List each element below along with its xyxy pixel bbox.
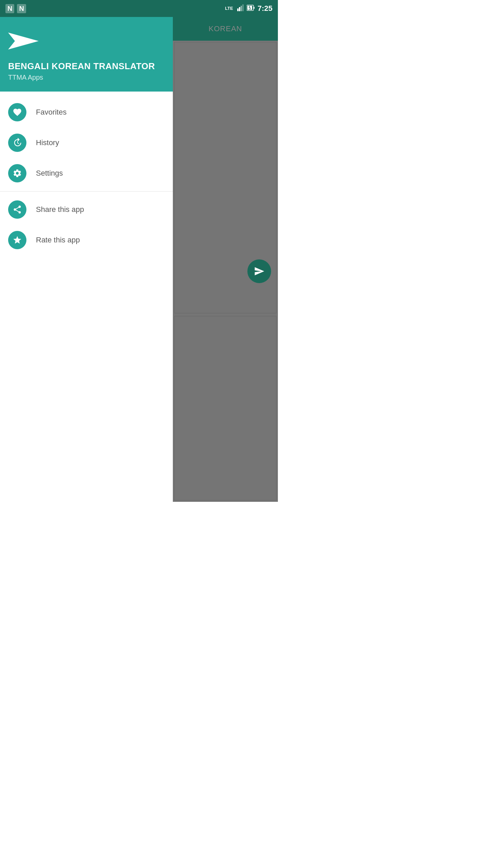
right-panel: KOREAN bbox=[173, 17, 278, 502]
menu-item-favorites[interactable]: Favorites bbox=[0, 97, 173, 127]
drawer-panel: BENGALI KOREAN TRANSLATOR TTMA Apps Favo… bbox=[0, 17, 173, 502]
svg-rect-3 bbox=[241, 6, 242, 11]
lte-icon: LTE bbox=[225, 4, 235, 13]
share-icon bbox=[13, 205, 22, 214]
right-panel-header: KOREAN bbox=[173, 17, 278, 41]
star-icon bbox=[13, 235, 22, 245]
status-bar-left: N N bbox=[5, 4, 26, 13]
menu-items: Favorites History Set bbox=[0, 92, 173, 502]
settings-icon-circle bbox=[8, 164, 26, 182]
menu-item-share[interactable]: Share this app bbox=[0, 194, 173, 225]
translate-button[interactable] bbox=[247, 259, 271, 283]
status-bar-right: LTE 7:25 bbox=[225, 4, 272, 13]
svg-text:LTE: LTE bbox=[225, 6, 233, 11]
translate-output-area bbox=[174, 316, 277, 500]
settings-label: Settings bbox=[36, 169, 63, 178]
notification-icon-2: N bbox=[17, 4, 26, 13]
favorites-label: Favorites bbox=[36, 108, 66, 117]
svg-rect-2 bbox=[239, 7, 240, 11]
clock-icon bbox=[13, 138, 22, 147]
drawer-header: BENGALI KOREAN TRANSLATOR TTMA Apps bbox=[0, 17, 173, 92]
status-bar: N N LTE 7:25 bbox=[0, 0, 278, 17]
rate-label: Rate this app bbox=[36, 236, 80, 244]
status-time: 7:25 bbox=[258, 4, 272, 13]
app-title: BENGALI KOREAN TRANSLATOR bbox=[8, 61, 165, 72]
app-subtitle: TTMA Apps bbox=[8, 74, 165, 81]
menu-item-rate[interactable]: Rate this app bbox=[0, 225, 173, 255]
right-panel-title: KOREAN bbox=[209, 24, 242, 33]
history-label: History bbox=[36, 138, 59, 147]
right-panel-content bbox=[173, 41, 278, 502]
svg-rect-4 bbox=[242, 4, 244, 11]
send-icon bbox=[254, 266, 265, 277]
gear-icon bbox=[13, 169, 22, 178]
main-layout: BENGALI KOREAN TRANSLATOR TTMA Apps Favo… bbox=[0, 17, 278, 502]
logo-icon bbox=[8, 29, 39, 53]
history-icon-circle bbox=[8, 134, 26, 152]
svg-rect-6 bbox=[253, 7, 255, 9]
heart-icon bbox=[13, 107, 22, 117]
app-logo bbox=[8, 29, 165, 54]
menu-divider bbox=[0, 191, 173, 192]
menu-item-settings[interactable]: Settings bbox=[0, 158, 173, 189]
favorites-icon-circle bbox=[8, 103, 26, 121]
svg-rect-1 bbox=[237, 8, 239, 11]
rate-icon-circle bbox=[8, 231, 26, 249]
share-icon-circle bbox=[8, 200, 26, 219]
battery-icon bbox=[247, 4, 255, 13]
signal-icon bbox=[237, 4, 244, 13]
notification-icon-1: N bbox=[5, 4, 14, 13]
menu-item-history[interactable]: History bbox=[0, 127, 173, 158]
share-label: Share this app bbox=[36, 205, 84, 214]
